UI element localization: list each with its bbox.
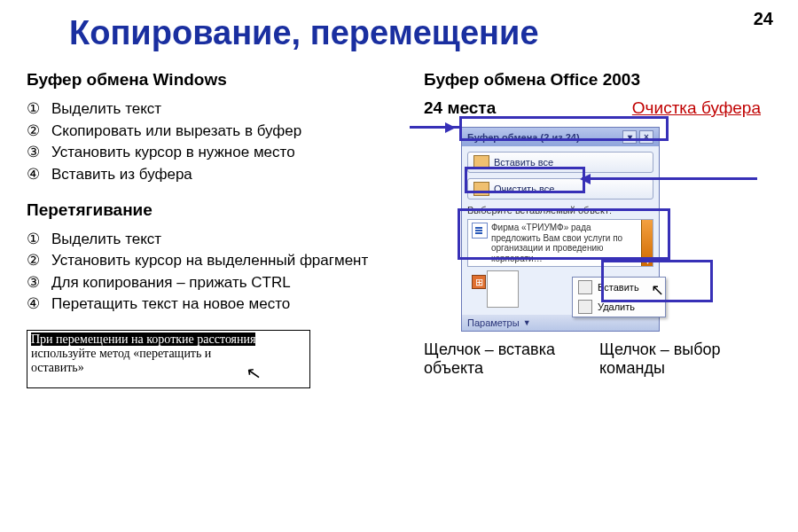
clear-all-label: Очистить все xyxy=(494,184,554,194)
menu-delete[interactable]: Удалить xyxy=(573,297,665,317)
step-text: Установить курсор на выделенный фрагмент xyxy=(51,250,368,272)
pane-title: Буфер обмена (2 из 24) xyxy=(467,132,580,143)
step-text: Перетащить текст на новое место xyxy=(51,293,290,316)
step-number: ③ xyxy=(27,142,51,164)
pane-instruction: Выберите вставляемый объект: xyxy=(467,205,653,215)
office-clipboard-heading: Буфер обмена Office 2003 xyxy=(424,70,761,90)
tip-line2: используйте метод «перетащить и xyxy=(31,347,211,360)
drag-tip-box: При перемещении на короткие расстояния и… xyxy=(27,330,310,388)
menu-delete-label: Удалить xyxy=(598,301,635,312)
windows-clipboard-heading: Буфер обмена Windows xyxy=(27,70,408,90)
drag-heading: Перетягивание xyxy=(27,200,408,220)
step-text: Выделить текст xyxy=(51,229,161,251)
caption-click-insert: Щелчок – вставка объекта xyxy=(424,340,575,378)
clear-buffer-label: Очистка буфера xyxy=(632,98,761,118)
page-number: 24 xyxy=(754,9,773,29)
step-number: ③ xyxy=(27,272,51,294)
params-label: Параметры xyxy=(467,317,520,328)
clipboard-task-pane: Буфер обмена (2 из 24) ▾ × Вставить все … xyxy=(461,127,660,332)
caption-click-command: Щелчок – выбор команды xyxy=(599,340,741,378)
step-number: ④ xyxy=(27,293,51,316)
step-number: ② xyxy=(27,121,51,143)
paste-all-icon xyxy=(473,155,489,169)
places-label: 24 места xyxy=(424,98,496,118)
step-text: Скопировать или вырезать в буфер xyxy=(51,121,301,143)
step-text: Выделить текст xyxy=(51,98,161,121)
step-text: Установить курсор в нужное место xyxy=(51,142,295,164)
tip-line3: оставить» xyxy=(31,361,84,374)
thumbnail-badge-icon: ⊞ xyxy=(472,275,486,289)
clipboard-thumbnail[interactable]: ⊞ xyxy=(487,270,519,308)
pane-titlebar[interactable]: Буфер обмена (2 из 24) ▾ × xyxy=(462,128,659,146)
clear-all-icon xyxy=(473,182,489,196)
step-text: Для копирования – прижать CTRL xyxy=(51,272,291,294)
tip-line1: При перемещении на короткие расстояния xyxy=(31,332,255,346)
clipboard-item[interactable]: Фирма «ТРИУМФ» рада предложить Вам свои … xyxy=(467,219,653,267)
step-number: ② xyxy=(27,250,51,272)
document-icon xyxy=(472,223,488,239)
clear-all-button[interactable]: Очистить все xyxy=(467,178,653,200)
chevron-down-icon: ▼ xyxy=(523,318,531,327)
paste-icon xyxy=(578,280,592,294)
page-title: Копирование, перемещение xyxy=(69,14,771,52)
cursor-icon: ↖ xyxy=(651,280,664,300)
paste-all-button[interactable]: Вставить все xyxy=(467,152,653,173)
clipboard-item-text: Фирма «ТРИУМФ» рада предложить Вам свои … xyxy=(491,223,638,263)
menu-paste-label: Вставить xyxy=(598,282,639,293)
windows-steps-list: ①Выделить текст ②Скопировать или вырезат… xyxy=(27,98,408,186)
drag-steps-list: ①Выделить текст ②Установить курсор на вы… xyxy=(27,229,408,317)
cursor-icon: ↖ xyxy=(245,363,263,386)
pane-menu-icon[interactable]: ▾ xyxy=(622,130,637,144)
step-number: ① xyxy=(27,98,51,121)
paste-all-label: Вставить все xyxy=(494,157,553,168)
item-dropdown-handle[interactable]: ▾ xyxy=(641,220,653,266)
delete-icon xyxy=(578,300,592,314)
step-number: ④ xyxy=(27,164,51,186)
step-number: ① xyxy=(27,229,51,251)
step-text: Вставить из буфера xyxy=(51,164,192,186)
annotation-arrow xyxy=(582,177,757,180)
close-icon[interactable]: × xyxy=(639,130,653,144)
annotation-arrow xyxy=(410,126,459,129)
